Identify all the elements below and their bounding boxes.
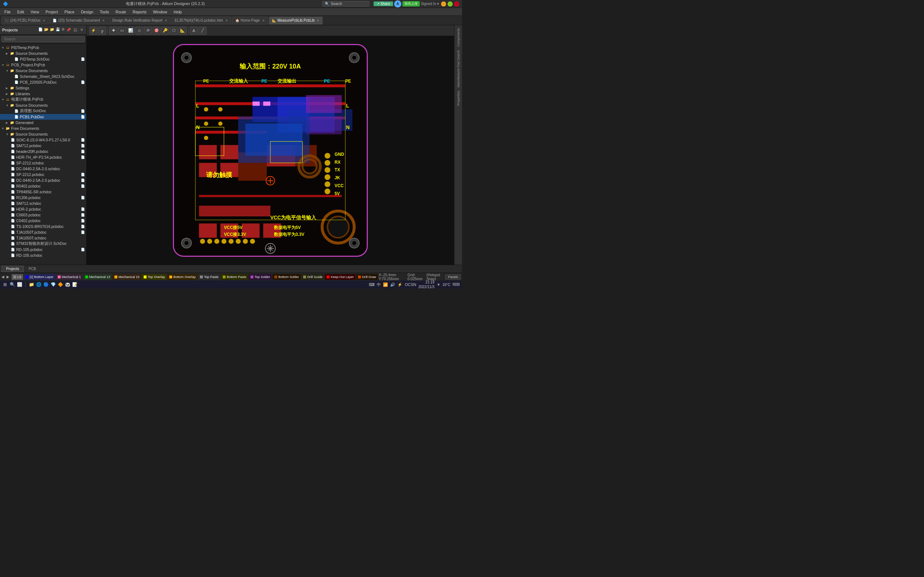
tab-home[interactable]: 🏠 Home Page ✕ [232, 16, 268, 24]
taskbar-app1-icon[interactable]: 💎 [50, 282, 56, 287]
title-search-bar[interactable]: 🔍 Search [322, 1, 369, 6]
tree-item-soic[interactable]: 📄 SOIC-8.1S.0-W4.0-P1.27-LS6.0 📄 [0, 137, 86, 143]
tree-item-dc0440sch[interactable]: 📄 DC-0440-2.5A-2.0.schdoc [0, 166, 86, 172]
layer-botpaste[interactable]: Bottom Paste [221, 274, 248, 280]
tree-item-sp2212sch[interactable]: 📄 SP-2212.schdoc [0, 160, 86, 166]
start-button[interactable]: ⊞ [2, 282, 8, 287]
tab-el357[interactable]: EL357N(A)(TA)-G.pcbdoc.htm ✕ [171, 16, 231, 24]
tree-item-freedocs[interactable]: ▼ 📂 Free Documents [0, 126, 86, 131]
toolbar-line-btn[interactable]: ╱ [199, 27, 207, 35]
layer-mech13[interactable]: Mechanical 13 [83, 274, 112, 280]
layer-mech15[interactable]: Mechanical 15 [113, 274, 141, 280]
tree-item-c0603[interactable]: 📄 C0603.pcbdoc 📄 [0, 212, 86, 218]
tree-item-hdr4p[interactable]: 📄 HDR-TH_4P-P2.54.pcbdoc 📄 [0, 154, 86, 160]
tree-item-tp8485[interactable]: 📄 TP8485E-SR.schdoc [0, 189, 86, 195]
taskbar-widget-icon[interactable]: ⬜ [16, 282, 23, 287]
tree-item-settings[interactable]: ▶ 📁 Settings [0, 85, 86, 91]
toolbar-path-btn[interactable]: ⟳ [144, 27, 152, 35]
tree-item-tja1050sch[interactable]: 📄 TJA1050T.schdoc [0, 235, 86, 241]
taskbar-app3-icon[interactable]: 🐼 [65, 282, 70, 287]
taskbar-edge-icon[interactable]: 🔵 [43, 282, 49, 287]
tree-item-r1206[interactable]: 📄 R1206.pcbdoc 📄 [0, 195, 86, 200]
menu-tools[interactable]: Tools [97, 9, 112, 15]
tree-item-freedocs-src[interactable]: ▼ 📁 Source Documents [0, 131, 86, 137]
toolbar-add-btn[interactable]: ✚ [109, 27, 117, 35]
tree-item-pcb220505[interactable]: 📄 PCB_220505.PcbDoc 📄 [0, 79, 86, 85]
right-panel-properties[interactable]: Properties [456, 89, 461, 107]
tree-item-rd105sch[interactable]: 📄 RD-105.schdoc [0, 253, 86, 258]
tree-item-pcb1[interactable]: 📄 PCB1.PcbDoc 📄 [0, 114, 86, 120]
toolbar-measure-btn[interactable]: 📐 [179, 27, 187, 35]
menu-route[interactable]: Route [113, 9, 129, 15]
tree-item-pcbproject[interactable]: ▼ 🗂 PCB_Project.PrjPcb [0, 62, 86, 68]
tree-item-header20r[interactable]: 📄 header20R.pcbdoc 📄 [0, 148, 86, 154]
menu-help[interactable]: Help [171, 9, 185, 15]
menu-design[interactable]: Design [78, 9, 96, 15]
tree-item-sp2212pcb[interactable]: 📄 SP-2212.pcbdoc 📄 [0, 172, 86, 177]
tab-el357-close[interactable]: ✕ [225, 19, 228, 23]
panel-open-icon[interactable]: 📁 [50, 27, 54, 32]
bottom-tab-pcb[interactable]: PCB [24, 266, 41, 272]
panel-folder-icon[interactable]: 📂 [44, 27, 48, 32]
toolbar-rect-btn[interactable]: ▭ [118, 27, 126, 35]
layer-drillguide[interactable]: Drill Guide [301, 274, 324, 280]
menu-place[interactable]: Place [62, 9, 78, 15]
tree-item-schematic[interactable]: 📄 原理图.SchDoc 📄 [0, 108, 86, 114]
layer-topsolder[interactable]: Top Solder [249, 274, 272, 280]
tree-item-pcbproject-src[interactable]: ▼ 📁 Source Documents [0, 68, 86, 74]
layer-drilldraw[interactable]: Drill Draw [356, 274, 378, 280]
layer-mech1[interactable]: Mechanical 1 [56, 274, 82, 280]
menu-reports[interactable]: Reports [129, 9, 149, 15]
panels-button[interactable]: Panels [446, 274, 460, 279]
toolbar-route-btn[interactable]: ╔ [98, 27, 106, 35]
tab-pcb1[interactable]: ⬛ (24) PCB1.PcbDoc ✕ [2, 16, 49, 24]
menu-view[interactable]: View [28, 9, 42, 15]
taskbar-files-icon[interactable]: 📁 [29, 282, 34, 287]
close-button[interactable]: ✕ [454, 2, 459, 6]
right-panel-manufacturer[interactable]: Manufacturer Part Search [456, 49, 461, 89]
tab-drc-close[interactable]: ✕ [165, 19, 168, 23]
tree-item-rd105pcb[interactable]: 📄 RD-105.pcbdoc 📄 [0, 247, 86, 253]
menu-file[interactable]: File [2, 9, 14, 15]
bottom-tab-projects[interactable]: Projects [2, 266, 24, 272]
layer-toppaste[interactable]: Top Paste [198, 274, 220, 280]
tab-measurelib[interactable]: 📐 MeasurePcbLib.PcbLib ✕ [269, 16, 323, 24]
tab-drc[interactable]: Design Rule Verification Report ✕ [109, 16, 171, 24]
menu-edit[interactable]: Edit [15, 9, 27, 15]
tree-item-c0402[interactable]: 📄 C0402.pcbdoc 📄 [0, 218, 86, 224]
panel-pin-icon[interactable]: 📌 [66, 27, 71, 32]
panel-save-icon[interactable]: 💾 [56, 27, 60, 32]
taskbar-app2-icon[interactable]: 🔶 [57, 282, 63, 287]
layer-bottom[interactable]: [2] Bottom Layer [24, 274, 55, 280]
tab-pcb1-close[interactable]: ✕ [43, 19, 45, 23]
tree-item-tja1050pcb[interactable]: 📄 TJA1050T.pcbdoc 📄 [0, 229, 86, 235]
taskbar-browser-icon[interactable]: 🌐 [36, 282, 42, 287]
panel-new-icon[interactable]: 📄 [38, 27, 43, 32]
tree-item-sch0423[interactable]: 📄 Schematic_Sheet_0423.SchDoc [0, 74, 86, 79]
tree-item-ts1002s[interactable]: 📄 TS-1002S-BR07016.pcbdoc 📄 [0, 224, 86, 229]
tab-schematic-close[interactable]: ✕ [102, 19, 105, 23]
layer-ls[interactable]: LS [11, 274, 23, 280]
tree-item-sm712sch[interactable]: 📄 SM712.schdoc [0, 200, 86, 206]
tab-schematic[interactable]: 📄 (20) Schematic Document ✕ [50, 16, 108, 24]
tree-item-pidtemp[interactable]: ▼ 🗂 PIDTemp.PrjPcb [0, 45, 86, 50]
tree-item-stm32[interactable]: 📄 STM32智能衣柜设计.SchDoc [0, 241, 86, 247]
tab-home-close[interactable]: ✕ [262, 19, 265, 23]
maximize-button[interactable]: □ [447, 2, 452, 6]
panel-float-icon[interactable]: ◱ [73, 27, 78, 32]
tab-measurelib-close[interactable]: ✕ [317, 19, 320, 23]
taskbar-app4-icon[interactable]: 📝 [72, 282, 78, 287]
search-taskbar-icon[interactable]: 🔍 [10, 282, 15, 287]
toolbar-text-btn[interactable]: A [190, 27, 198, 35]
tree-item-generated[interactable]: ▶ 📁 Generated [0, 120, 86, 126]
toolbar-key-btn[interactable]: 🔑 [162, 27, 169, 35]
tree-item-elprj-src[interactable]: ▼ 📁 Source Documents [0, 102, 86, 108]
toolbar-snap-btn[interactable]: 🎯 [153, 27, 161, 35]
layer-nav-left[interactable]: ◀ [2, 275, 4, 279]
toolbar-poly-btn[interactable]: ◇ [135, 27, 143, 35]
canvas-area[interactable]: ⚡ ╔ ✚ ▭ 📊 ◇ ⟳ 🎯 🔑 ⬡ 📐 A ╱ [87, 25, 454, 265]
minimize-button[interactable]: ─ [441, 2, 446, 6]
tree-item-libraries[interactable]: ▶ 📁 Libraries [0, 91, 86, 97]
tree-item-elprj[interactable]: ▼ 🗂 电量计模块.PrjPcb [0, 97, 86, 102]
share-button[interactable]: ↗ Share [373, 2, 393, 6]
